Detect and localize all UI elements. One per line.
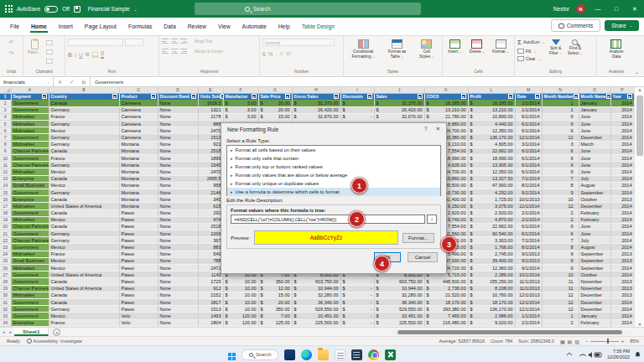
fill-button[interactable]: Fill⌄ — [517, 49, 545, 54]
rule-type-option[interactable]: ▸Format all cells based on their values — [227, 146, 440, 154]
cell[interactable]: $10.00 — [223, 285, 258, 292]
cell[interactable]: None — [158, 127, 198, 134]
row-number-13[interactable]: 13 — [0, 175, 11, 182]
column-header-month-name[interactable]: Month Name▾ — [579, 93, 610, 100]
cell[interactable]: 2/1/2014 — [515, 216, 542, 223]
cell[interactable]: None — [158, 278, 198, 285]
cell[interactable]: Midmarket — [11, 121, 49, 127]
cell[interactable]: Small Business — [11, 257, 49, 264]
cell[interactable]: Canada — [49, 223, 119, 230]
cell[interactable]: 2014 — [610, 175, 634, 182]
row-number-32[interactable]: 32 — [0, 306, 11, 313]
cell[interactable]: $3.00 — [223, 113, 258, 120]
cell[interactable]: France — [49, 113, 119, 120]
cell[interactable]: 2472 — [198, 265, 223, 272]
align-left-icon[interactable] — [162, 49, 169, 54]
cell[interactable]: 2/1/2014 — [515, 209, 542, 216]
cell[interactable]: 615 — [198, 203, 223, 209]
cell[interactable]: Mexico — [49, 265, 119, 272]
cell[interactable]: None — [158, 141, 198, 147]
row-number-24[interactable]: 24 — [0, 251, 11, 257]
tab-page-layout[interactable]: Page Layout — [80, 20, 122, 33]
cell[interactable]: None — [158, 298, 198, 305]
align-right-icon[interactable] — [180, 49, 187, 54]
cell[interactable]: 6/1/2014 — [515, 147, 542, 154]
row-number-18[interactable]: 18 — [0, 209, 11, 216]
cell[interactable]: $16,185.00 — [424, 100, 468, 106]
wrap-text-button[interactable]: Wrap Text — [195, 39, 212, 44]
collapse-dialog-icon[interactable]: ↑ — [427, 215, 437, 224]
cell[interactable]: Government — [11, 155, 49, 162]
cell[interactable]: Canada — [49, 298, 119, 305]
cell[interactable]: None — [158, 306, 198, 313]
format-cells-button[interactable]: Format⌄ — [491, 39, 511, 55]
redo-button[interactable]: ↷ — [8, 49, 16, 58]
cell[interactable]: $4,440.00 — [468, 121, 515, 127]
bold-button[interactable]: B — [68, 52, 72, 58]
column-header-product[interactable]: Product▾ — [119, 93, 158, 100]
cell[interactable]: None — [158, 313, 198, 319]
cell[interactable]: $18,990.00 — [468, 155, 515, 162]
cell[interactable]: 1618.5 — [198, 100, 223, 106]
cell[interactable]: Paseo — [119, 265, 158, 272]
cell[interactable]: Paseo — [119, 230, 158, 237]
cell[interactable]: $10,451.00 — [292, 313, 340, 319]
zoom-in-icon[interactable]: + — [621, 339, 624, 344]
cell[interactable]: None — [158, 216, 198, 223]
cell[interactable]: July — [579, 237, 610, 244]
tab-insert[interactable]: Insert — [54, 20, 78, 33]
font-size-combo[interactable]: ⌄ — [125, 39, 143, 46]
cell[interactable]: Montana — [119, 155, 158, 162]
cell[interactable]: Carretera — [119, 113, 158, 120]
cell[interactable]: 1143 — [198, 272, 223, 278]
cell[interactable]: $225,500.00 — [374, 319, 424, 326]
cell[interactable]: $32,670.00 — [292, 113, 340, 120]
cell[interactable]: $603,750.00 — [292, 278, 340, 285]
cell[interactable]: 6/1/2014 — [515, 113, 542, 120]
column-header-date[interactable]: Date▾ — [515, 93, 542, 100]
cell[interactable]: December — [579, 306, 610, 313]
cell[interactable]: 8 — [542, 182, 579, 189]
cell[interactable]: 12/1/2014 — [515, 298, 542, 305]
cell[interactable]: Carretera — [119, 127, 158, 134]
filter-icon[interactable]: ▾ — [508, 94, 513, 99]
cell[interactable]: Montana — [119, 162, 158, 168]
page-break-view-icon[interactable]: ▥ — [574, 339, 579, 344]
font-color-button[interactable]: B — [101, 51, 104, 59]
cell[interactable]: Mexico — [49, 244, 119, 251]
cell[interactable]: $32,370.00 — [374, 100, 424, 106]
cell[interactable]: 2518 — [198, 223, 223, 230]
font-name-combo[interactable]: ⌄ — [68, 39, 123, 46]
zoom-level[interactable]: 85% — [630, 339, 639, 344]
filter-icon[interactable]: ▾ — [367, 94, 372, 99]
row-number-16[interactable]: 16 — [0, 196, 11, 203]
cell[interactable]: $125.00 — [258, 319, 292, 326]
cell[interactable]: Midmarket — [11, 113, 49, 120]
cell[interactable]: $10,760.00 — [468, 292, 515, 298]
cell[interactable]: $2,986.00 — [468, 313, 515, 319]
cell[interactable]: $4,605.00 — [468, 141, 515, 147]
cell[interactable]: Midmarket — [11, 168, 49, 175]
cell[interactable]: $2,286.00 — [468, 272, 515, 278]
fill-color-button[interactable] — [92, 52, 98, 58]
cell[interactable]: 2014 — [610, 113, 634, 120]
row-number-11[interactable]: 11 — [0, 162, 11, 168]
cell[interactable]: 2470 — [198, 127, 223, 134]
cell[interactable]: Germany — [49, 162, 119, 168]
cell[interactable]: $225,500.00 — [292, 319, 340, 326]
cell[interactable]: November — [579, 285, 610, 292]
cell[interactable]: 2014 — [610, 155, 634, 162]
cell[interactable]: Midmarket — [11, 141, 49, 147]
cell[interactable]: 8/1/2014 — [515, 182, 542, 189]
cell[interactable]: Government — [11, 100, 49, 106]
comma-format-button[interactable]: , — [275, 51, 277, 57]
cell[interactable]: Paseo — [119, 298, 158, 305]
cell[interactable]: 12/1/2013 — [515, 292, 542, 298]
cell[interactable]: 2014 — [610, 162, 634, 168]
cell[interactable]: $9,020.00 — [468, 319, 515, 326]
cell[interactable]: $21,520.00 — [424, 292, 468, 298]
row-number-14[interactable]: 14 — [0, 182, 11, 189]
cell[interactable]: $21,780.00 — [424, 113, 468, 120]
cell[interactable]: 958 — [198, 182, 223, 189]
cell[interactable]: Carretera — [119, 134, 158, 141]
